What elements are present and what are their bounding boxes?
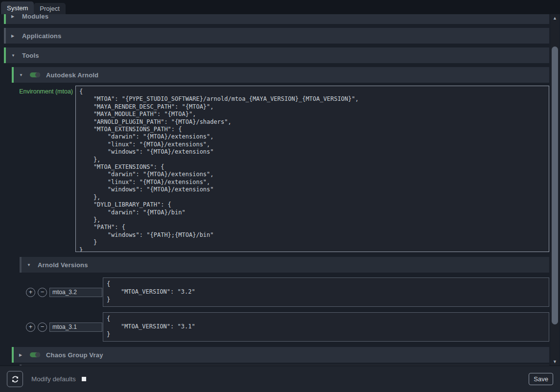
chevron-right-icon: ▶ <box>19 353 24 357</box>
section-header-modules[interactable]: ▶ Modules <box>4 14 549 24</box>
section-label-chaos-group-vray: Chaos Group Vray <box>46 351 103 359</box>
settings-tab-bar: System Project <box>0 0 560 14</box>
chevron-right-icon: ▶ <box>11 34 16 38</box>
modify-defaults-checkbox[interactable] <box>82 377 86 381</box>
section-header-tools[interactable]: ▼ Tools <box>4 47 549 63</box>
chevron-down-icon: ▼ <box>11 53 16 58</box>
tools-section-body: ▼ Autodesk Arnold Environment (mtoa) { "… <box>4 63 549 366</box>
section-label-modules: Modules <box>22 14 48 20</box>
chevron-right-icon: ▶ <box>11 14 16 19</box>
vray-enabled-toggle[interactable] <box>30 352 40 357</box>
section-label-arnold-versions: Arnold Versions <box>38 261 88 269</box>
section-header-chaos-group-vray[interactable]: ▶ Chaos Group Vray <box>12 347 549 363</box>
refresh-button[interactable] <box>7 371 23 387</box>
scroll-up-icon[interactable]: ▲ <box>551 14 559 22</box>
section-header-arnold-versions[interactable]: ▼ Arnold Versions <box>20 257 549 273</box>
arnold-versions-section: ▼ Arnold Versions + − { "MTOA_VERSION": … <box>12 257 549 342</box>
remove-version-button[interactable]: − <box>38 288 47 297</box>
version-value-editor[interactable]: { "MTOA_VERSION": "3.2" } <box>103 277 549 307</box>
modify-defaults-label: Modify defaults <box>31 375 76 383</box>
settings-scroll-area: ▶ Modules ▶ Applications ▼ Tools ▼ Autod… <box>0 14 560 366</box>
refresh-icon <box>11 375 20 384</box>
tab-project[interactable]: Project <box>34 3 65 14</box>
arnold-section-body: Environment (mtoa) { "MTOA": "{PYPE_STUD… <box>12 83 549 342</box>
version-row: + − { "MTOA_VERSION": "3.1" } <box>20 312 549 342</box>
version-value-editor[interactable]: { "MTOA_VERSION": "3.1" } <box>103 312 549 342</box>
chevron-down-icon: ▼ <box>19 73 24 77</box>
save-button[interactable]: Save <box>529 373 553 385</box>
environment-mtoa-label: Environment (mtoa) <box>12 86 75 95</box>
version-key-input[interactable] <box>49 323 102 332</box>
add-version-button[interactable]: + <box>26 323 35 332</box>
section-label-autodesk-arnold: Autodesk Arnold <box>46 71 98 79</box>
section-label-tools: Tools <box>22 52 39 59</box>
remove-version-button[interactable]: − <box>38 323 47 332</box>
section-header-autodesk-arnold[interactable]: ▼ Autodesk Arnold <box>12 67 549 83</box>
scrollbar-thumb[interactable] <box>552 46 558 324</box>
version-key-input[interactable] <box>49 288 102 297</box>
section-label-applications: Applications <box>22 32 61 40</box>
vertical-scrollbar[interactable]: ▲ ▼ <box>551 14 559 366</box>
tab-system[interactable]: System <box>1 1 34 14</box>
version-row: + − { "MTOA_VERSION": "3.2" } <box>20 277 549 307</box>
chevron-down-icon: ▼ <box>27 263 32 267</box>
arnold-enabled-toggle[interactable] <box>30 72 40 77</box>
footer-bar: Modify defaults Save <box>0 366 560 392</box>
scroll-down-icon[interactable]: ▼ <box>551 358 559 366</box>
environment-mtoa-editor[interactable]: { "MTOA": "{PYPE_STUDIO_SOFTWARE}/arnold… <box>75 86 549 252</box>
section-header-applications[interactable]: ▶ Applications <box>4 28 549 44</box>
add-version-button[interactable]: + <box>26 288 35 297</box>
